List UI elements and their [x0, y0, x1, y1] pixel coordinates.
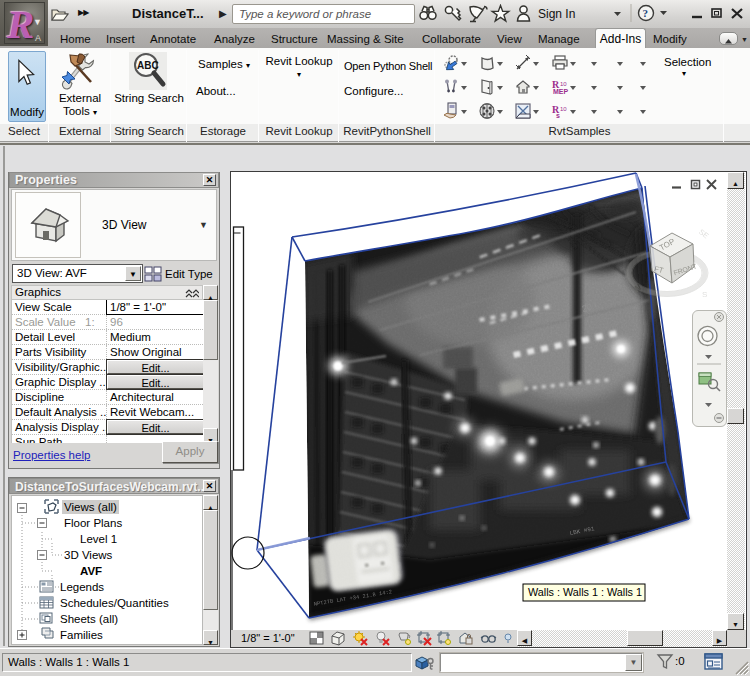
svg-text:Schedules/Quantities: Schedules/Quantities [60, 597, 169, 609]
svg-text:Sheets (all): Sheets (all) [60, 613, 118, 625]
svg-text:Floor Plans: Floor Plans [64, 517, 122, 529]
svg-text:MEP: MEP [553, 88, 569, 95]
svg-text:s: s [556, 112, 560, 119]
svg-text:Families: Families [60, 629, 103, 641]
svg-text:10: 10 [560, 106, 567, 112]
svg-text:AVF: AVF [80, 565, 102, 577]
svg-text:ABC: ABC [137, 60, 159, 71]
svg-text:SE: SE [697, 227, 710, 240]
svg-text:Views (all): Views (all) [64, 501, 117, 513]
svg-text:Level 1: Level 1 [80, 533, 117, 545]
svg-text:10: 10 [560, 81, 567, 87]
svg-text:Legends: Legends [60, 581, 104, 593]
svg-text:?: ? [643, 7, 649, 19]
svg-text:Walls : Walls 1 : Walls 1: Walls : Walls 1 : Walls 1 [528, 586, 642, 598]
svg-text:S: S [702, 290, 707, 299]
svg-text:3D Views: 3D Views [64, 549, 113, 561]
svg-text:Sign In: Sign In [538, 7, 575, 21]
